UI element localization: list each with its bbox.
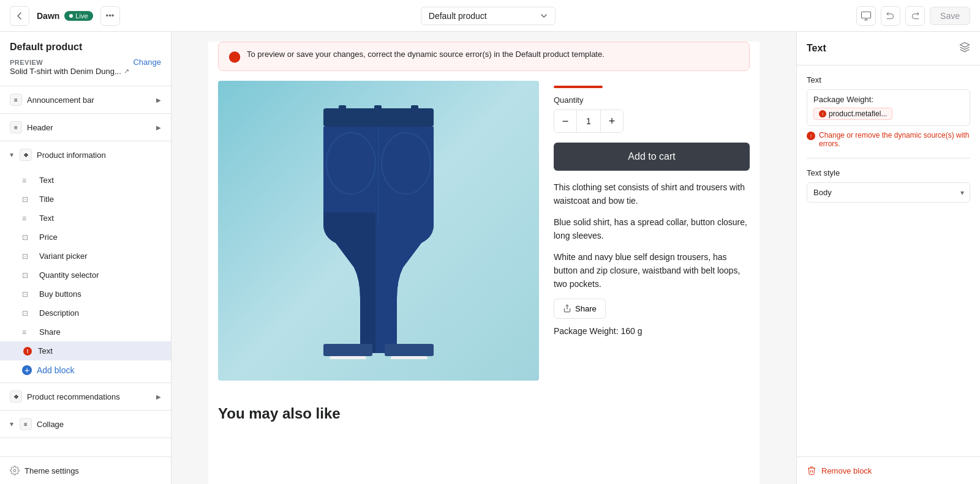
sidebar-preview: PREVIEW Change — [10, 58, 161, 67]
back-button[interactable] — [10, 6, 29, 26]
sidebar-item-text-2[interactable]: ≡ Text — [0, 209, 171, 228]
preview-content: ⬤ To preview or save your changes, corre… — [208, 42, 760, 484]
add-to-cart-button[interactable]: Add to cart — [554, 143, 750, 171]
sidebar-section-recommendations: ❖ Product recommendations ▶ — [0, 383, 171, 411]
sidebar-section-announcement: ≡ Announcement bar ▶ — [0, 86, 171, 114]
save-button[interactable]: Save — [930, 7, 970, 25]
theme-settings-button[interactable]: Theme settings — [0, 456, 171, 484]
redo-button[interactable] — [905, 6, 925, 26]
live-badge: Live — [64, 11, 92, 21]
recommendations-icon: ❖ — [10, 390, 22, 403]
header-icon: ≡ — [10, 121, 22, 133]
sidebar: Default product PREVIEW Change Solid T-s… — [0, 32, 172, 484]
quantity-value: 1 — [576, 110, 601, 132]
more-button[interactable]: ••• — [100, 6, 120, 26]
sidebar-section-header: ≡ Header ▶ — [0, 114, 171, 141]
svg-rect-9 — [323, 344, 372, 356]
text-error-message: ! Change or remove the dynamic source(s)… — [807, 131, 970, 148]
live-label: Live — [75, 12, 88, 20]
sidebar-item-quantity-selector[interactable]: ⊡ Quantity selector — [0, 266, 171, 285]
external-link-icon[interactable]: ↗ — [124, 67, 129, 75]
add-block-icon: + — [22, 365, 32, 375]
undo-button[interactable] — [881, 6, 900, 26]
svg-marker-16 — [960, 43, 970, 48]
topbar-center: Default product — [127, 7, 850, 25]
right-panel-header: Text — [797, 32, 980, 65]
sidebar-item-text-1[interactable]: ≡ Text — [0, 171, 171, 190]
svg-point-1 — [13, 469, 16, 472]
sidebar-item-share[interactable]: ≡ Share — [0, 322, 171, 341]
sidebar-item-title[interactable]: ⊡ Title — [0, 190, 171, 209]
collage-label: Collage — [37, 420, 64, 429]
main-layout: Default product PREVIEW Change Solid T-s… — [0, 32, 980, 484]
metafield-tag[interactable]: ! product.metafiel... — [813, 108, 892, 120]
sidebar-section-recommendations-header[interactable]: ❖ Product recommendations ▶ — [0, 383, 171, 410]
product-image — [218, 81, 539, 381]
remove-block-button[interactable]: Remove block — [807, 466, 872, 475]
you-may-like-title: You may also like — [218, 405, 750, 422]
variant-picker-icon: ⊡ — [22, 252, 33, 261]
error-banner: ⬤ To preview or save your changes, corre… — [218, 42, 750, 71]
product-description-2: Blue solid shirt, has a spread collar, b… — [554, 215, 750, 243]
product-info-items: ≡ Text ⊡ Title ≡ Text ⊡ — [0, 168, 171, 382]
svg-rect-3 — [339, 105, 346, 117]
theme-info: Dawn Live — [37, 11, 93, 21]
sidebar-item-buy-buttons[interactable]: ⊡ Buy buttons — [0, 285, 171, 303]
right-panel-title: Text — [807, 43, 826, 54]
sidebar-section-collage: ▾ ≡ Collage — [0, 411, 171, 438]
text-field-label: Text — [807, 75, 970, 84]
product-info-label: Product information — [37, 151, 106, 160]
topbar-right: Save — [856, 6, 970, 26]
price-icon: ⊡ — [22, 233, 33, 242]
preview-label: PREVIEW — [10, 59, 43, 66]
quantity-increase[interactable]: + — [601, 110, 623, 132]
theme-settings-label: Theme settings — [24, 466, 79, 475]
text-input-content: Package Weight: — [813, 95, 963, 104]
error-msg-text: Change or remove the dynamic source(s) w… — [819, 131, 970, 148]
error-msg-icon: ! — [807, 132, 815, 140]
sidebar-item-variant-picker[interactable]: ⊡ Variant picker — [0, 247, 171, 266]
theme-name: Dawn — [37, 11, 59, 21]
text-style-select[interactable]: Body Heading Subheading Caption — [807, 182, 970, 203]
you-may-like: You may also like — [208, 390, 760, 437]
svg-rect-10 — [385, 344, 434, 356]
text-input-box[interactable]: Package Weight: ! product.metafiel... — [807, 89, 970, 126]
sidebar-section-announcement-header[interactable]: ≡ Announcement bar ▶ — [0, 86, 171, 113]
layers-icon[interactable] — [959, 42, 970, 55]
sidebar-section-product-info-header[interactable]: ▾ ❖ Product information — [0, 141, 171, 168]
sidebar-item-price[interactable]: ⊡ Price — [0, 228, 171, 247]
add-block-row[interactable]: + Add block — [0, 360, 171, 380]
sidebar-section-collage-header[interactable]: ▾ ≡ Collage — [0, 411, 171, 437]
announcement-chevron: ▶ — [156, 97, 161, 103]
product-select[interactable]: Default product — [421, 7, 556, 25]
sidebar-scroll: ≡ Announcement bar ▶ ≡ Header ▶ ▾ ❖ Prod — [0, 86, 171, 456]
metafield-label: product.metafiel... — [829, 110, 887, 118]
header-chevron: ▶ — [156, 124, 161, 131]
change-link[interactable]: Change — [133, 58, 161, 67]
topbar: Dawn Live ••• Default product Save — [0, 0, 980, 32]
live-dot — [69, 14, 73, 18]
device-toggle[interactable] — [856, 6, 876, 26]
svg-rect-5 — [374, 105, 382, 117]
product-color-bar — [554, 86, 603, 88]
product-image-bg — [218, 81, 539, 381]
field-divider — [807, 158, 970, 158]
sidebar-section-header-header[interactable]: ≡ Header ▶ — [0, 114, 171, 141]
description-icon: ⊡ — [22, 309, 33, 318]
metafield-error-dot: ! — [819, 110, 826, 117]
sidebar-title: Default product — [10, 42, 161, 53]
product-description-1: This clothing set consists of shirt and … — [554, 181, 750, 208]
preview-scroll[interactable]: ⬤ To preview or save your changes, corre… — [172, 32, 796, 484]
svg-rect-0 — [862, 12, 871, 18]
quantity-decrease[interactable]: − — [554, 110, 576, 132]
package-weight: Package Weight: 160 g — [554, 326, 750, 336]
sidebar-item-description[interactable]: ⊡ Description — [0, 303, 171, 322]
product-info-column: Quantity − 1 + Add to cart This clothing… — [554, 81, 750, 381]
product-info-icon: ❖ — [20, 149, 32, 161]
sidebar-item-text-error[interactable]: ! Text — [0, 341, 171, 360]
product-description-3: White and navy blue self design trousers… — [554, 250, 750, 291]
share-button[interactable]: Share — [554, 299, 606, 319]
quantity-label: Quantity — [554, 95, 750, 105]
right-panel: Text Text Package Weight: ! product.meta… — [796, 32, 980, 484]
product-image-column — [218, 81, 539, 381]
